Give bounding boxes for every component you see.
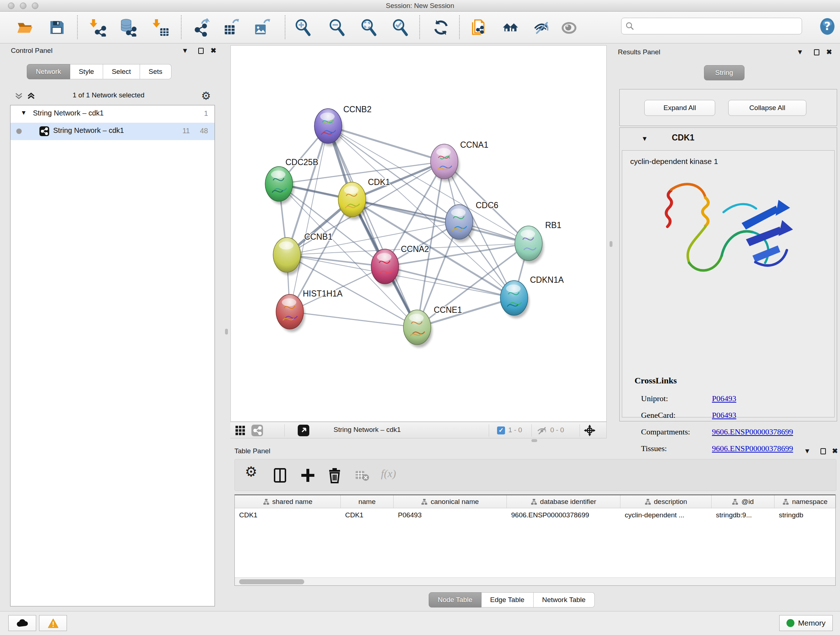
column-header-database-identifier[interactable]: database identifier: [507, 495, 621, 508]
gear-icon[interactable]: ⚙: [201, 89, 211, 102]
table-settings-gear-icon[interactable]: ⚙: [245, 464, 261, 480]
zoom-in-icon[interactable]: [294, 19, 312, 36]
import-table-file-icon[interactable]: [152, 19, 170, 36]
warning-status-button[interactable]: [39, 615, 67, 631]
expand-all-button[interactable]: Expand All: [644, 100, 715, 116]
network-node-CCNB1[interactable]: [273, 238, 302, 275]
right-splitter-handle[interactable]: [609, 241, 613, 247]
table-tab-edge-table[interactable]: Edge Table: [482, 592, 534, 608]
panel-menu-icon[interactable]: ▼: [797, 48, 804, 56]
left-splitter-handle[interactable]: [225, 329, 228, 334]
control-tab-network[interactable]: Network: [27, 64, 70, 79]
collapse-all-chevron-icon[interactable]: [14, 91, 24, 103]
panel-close-icon[interactable]: ✖: [832, 447, 838, 455]
table-tab-network-table[interactable]: Network Table: [534, 592, 595, 608]
network-edge-HIST1H1A-CCNE1[interactable]: [290, 312, 417, 327]
cloud-status-button[interactable]: [8, 615, 36, 631]
control-tab-style[interactable]: Style: [70, 64, 103, 79]
export-image-icon[interactable]: [253, 19, 271, 36]
hidden-eye-icon[interactable]: [537, 425, 547, 437]
crosslink-value-link[interactable]: 9606.ENSP00000378699: [712, 427, 793, 437]
network-edge-CDK1-RB1[interactable]: [352, 200, 529, 243]
network-node-CCNA2[interactable]: [371, 249, 400, 287]
preferred-layout-icon[interactable]: [501, 19, 519, 36]
collapse-all-button[interactable]: Collapse All: [728, 100, 806, 116]
grid-view-icon[interactable]: [235, 425, 245, 437]
zoom-fit-content-icon[interactable]: [360, 19, 378, 36]
memory-button[interactable]: Memory: [779, 615, 833, 631]
network-node-HIST1H1A[interactable]: [276, 295, 305, 332]
results-tab-string[interactable]: String: [704, 65, 745, 80]
panel-float-icon[interactable]: [198, 48, 204, 54]
help-icon[interactable]: ?: [818, 17, 836, 35]
delete-column-trash-icon[interactable]: [327, 467, 343, 483]
add-column-icon[interactable]: [300, 467, 316, 483]
delete-table-icon[interactable]: [354, 467, 370, 483]
network-edge-CDKN1A-CCNE1[interactable]: [417, 298, 514, 327]
search-field[interactable]: [621, 18, 802, 35]
window-zoom-button[interactable]: [32, 3, 38, 9]
network-node-CDC6[interactable]: [445, 204, 474, 242]
export-table-icon[interactable]: [223, 19, 240, 36]
network-node-CCNE1[interactable]: [403, 310, 432, 348]
column-header-namespace[interactable]: namespace: [775, 495, 836, 508]
panel-menu-icon[interactable]: ▼: [804, 447, 811, 455]
network-edge-CCNB2-CCNA1[interactable]: [328, 126, 444, 162]
navigator-crosshair-icon[interactable]: [584, 424, 596, 438]
network-edge-CCNB2-HIST1H1A[interactable]: [290, 126, 328, 312]
network-node-count: 11: [182, 127, 190, 135]
new-network-from-selection-icon[interactable]: [470, 19, 488, 36]
table-horizontal-scrollbar[interactable]: [235, 578, 835, 585]
refresh-view-icon[interactable]: [432, 19, 450, 36]
network-node-CCNA1[interactable]: [431, 144, 459, 182]
network-collection-row[interactable]: ▼ String Network – cdk1 1: [11, 105, 215, 123]
window-close-button[interactable]: [8, 3, 14, 9]
import-network-database-icon[interactable]: [119, 19, 137, 36]
panel-close-icon[interactable]: ✖: [210, 46, 216, 55]
column-header-name[interactable]: name: [341, 495, 393, 508]
hide-selected-eye-icon[interactable]: [532, 19, 551, 36]
function-builder-icon[interactable]: f(x): [381, 467, 397, 483]
gene-header-row[interactable]: ▼ CDK1: [620, 128, 837, 149]
panel-close-icon[interactable]: ✖: [826, 48, 832, 56]
network-canvas[interactable]: CCNB2CCNA1CDC25BCDK1CDC6RB1CCNB1CCNA2CDK…: [231, 45, 607, 422]
network-node-CCNB2[interactable]: [314, 109, 343, 146]
network-node-CDKN1A[interactable]: [500, 280, 529, 318]
control-tab-select[interactable]: Select: [103, 64, 140, 79]
show-all-eye-icon[interactable]: [560, 19, 578, 36]
zoom-selected-icon[interactable]: [391, 19, 409, 36]
table-tab-node-table[interactable]: Node Table: [429, 592, 482, 608]
crosslink-value-link[interactable]: P06493: [712, 394, 736, 403]
selected-checkbox-icon[interactable]: ✓: [497, 426, 505, 434]
collection-expander-icon[interactable]: ▼: [21, 109, 27, 117]
control-tab-sets[interactable]: Sets: [140, 64, 172, 79]
network-view-mode-icon[interactable]: [251, 424, 263, 436]
zoom-out-icon[interactable]: [328, 19, 346, 36]
column-header-canonical-name[interactable]: canonical name: [393, 495, 507, 508]
gene-expander-icon[interactable]: ▼: [641, 135, 648, 143]
network-label: String Network – cdk1: [53, 126, 124, 135]
export-network-icon[interactable]: [193, 19, 211, 36]
search-input[interactable]: [635, 22, 798, 30]
expand-all-chevron-icon[interactable]: [26, 91, 36, 103]
scrollbar-thumb[interactable]: [239, 579, 304, 584]
horizontal-splitter-handle[interactable]: [531, 439, 537, 442]
network-node-RB1[interactable]: [515, 226, 544, 264]
toolbar-separator: [181, 15, 182, 39]
show-columns-icon[interactable]: [272, 467, 288, 483]
panel-float-icon[interactable]: [821, 448, 826, 454]
table-row[interactable]: CDK1CDK1P064939606.ENSP00000378699cyclin…: [235, 508, 835, 524]
network-row[interactable]: String Network – cdk1 11 48: [11, 123, 215, 140]
column-header--id[interactable]: @id: [712, 495, 775, 508]
column-header-description[interactable]: description: [621, 495, 712, 508]
network-node-CDK1[interactable]: [338, 182, 367, 220]
panel-float-icon[interactable]: [814, 49, 819, 55]
panel-menu-icon[interactable]: ▼: [182, 47, 188, 55]
open-session-icon[interactable]: [16, 19, 34, 36]
window-minimize-button[interactable]: [20, 3, 27, 9]
import-network-file-icon[interactable]: [89, 19, 107, 36]
save-session-icon[interactable]: [48, 19, 66, 36]
crosslink-value-link[interactable]: P06493: [712, 410, 736, 420]
birdseye-view-icon[interactable]: [298, 424, 309, 436]
column-header-shared-name[interactable]: shared name: [235, 495, 341, 508]
